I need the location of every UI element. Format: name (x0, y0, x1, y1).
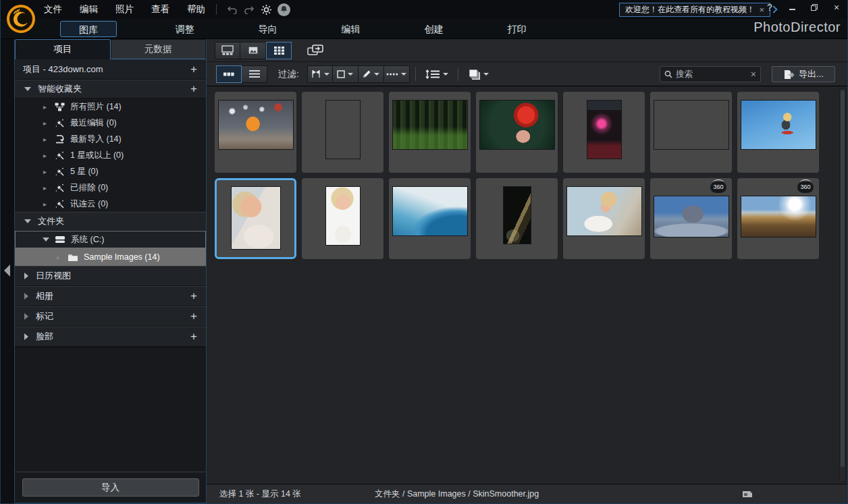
import-button[interactable]: 导入 (22, 478, 199, 497)
photo-thumbnail-sunlit-forest[interactable] (392, 100, 468, 150)
photo-tile-smiling-woman[interactable] (215, 178, 296, 259)
project-header[interactable]: 项目 - 423down.com + (15, 59, 206, 80)
photo-thumbnail-smiling-woman[interactable] (231, 186, 281, 250)
add-button[interactable]: + (188, 310, 199, 323)
dual-display-button[interactable] (304, 42, 327, 59)
photo-tile-snow-panorama[interactable]: 360 (650, 178, 732, 259)
photo-tile-woman-leaning[interactable] (563, 178, 645, 259)
chevron-right-icon[interactable]: ▸ (43, 136, 49, 143)
collapse-triangle-icon[interactable] (43, 237, 49, 242)
photo-tile-ocean-wave[interactable] (389, 178, 471, 259)
section-3[interactable]: 标记+ (15, 306, 206, 327)
smart-item-4[interactable]: ▸1 星或以上 (0) (15, 147, 206, 163)
scrollbar-thumb[interactable] (841, 90, 845, 467)
add-button[interactable]: + (188, 330, 199, 343)
chevron-right-icon[interactable]: ▸ (43, 184, 49, 192)
menu-item-3[interactable]: 照片 (115, 3, 134, 16)
photo-thumbnail-neon-storefront[interactable] (587, 100, 622, 159)
photo-thumbnail-ocean-wave[interactable] (392, 186, 468, 236)
smart-item-3[interactable]: ▸最新导入 (14) (15, 131, 206, 147)
section-triangle-icon[interactable] (24, 333, 28, 340)
photo-tile-skateboarder[interactable] (737, 92, 819, 173)
minimize-button[interactable] (787, 2, 797, 13)
smart-collection-header[interactable]: 智能收藏夹 + (15, 80, 206, 99)
photo-tile-dark-window[interactable] (476, 178, 558, 259)
photo-tile-maple-leaf[interactable] (476, 92, 558, 173)
folder-item-sample-images[interactable]: ▸ Sample Images (14) (15, 248, 206, 266)
tab-4[interactable]: 编辑 (309, 21, 392, 37)
section-triangle-icon[interactable] (24, 273, 28, 279)
close-button[interactable]: × (831, 2, 842, 13)
sidebar-tab-1[interactable]: 项目 (15, 39, 111, 59)
drive-item-system-c[interactable]: 系统 (C:) (15, 231, 206, 248)
section-triangle-icon[interactable] (24, 313, 28, 320)
rating-filter-button[interactable] (333, 65, 359, 83)
smart-item-7[interactable]: ▸讯连云 (0) (15, 196, 206, 212)
smart-item-5[interactable]: ▸5 星 (0) (15, 163, 206, 179)
menu-item-1[interactable]: 文件 (44, 3, 62, 16)
chevron-right-icon[interactable]: ▸ (43, 200, 49, 208)
restore-button[interactable] (809, 2, 820, 13)
photo-tile-rocket-launch[interactable] (650, 92, 732, 173)
photo-thumbnail-woman-leaning[interactable] (566, 186, 642, 236)
smart-item-1[interactable]: ▸所有照片 (14) (15, 99, 206, 115)
notifications-bell-icon[interactable] (277, 3, 290, 16)
sidebar-tab-2[interactable]: 元数据 (111, 39, 207, 59)
smart-item-2[interactable]: ▸最近编辑 (0) (15, 115, 206, 131)
search-box[interactable]: × (660, 66, 761, 82)
photo-tile-neon-storefront[interactable] (563, 92, 645, 173)
photo-tile-rock-boat[interactable] (302, 92, 383, 173)
collapse-arrow-icon[interactable] (4, 264, 10, 277)
photo-thumbnail-skateboarder[interactable] (741, 100, 816, 150)
tab-2[interactable]: 调整 (143, 21, 226, 37)
tab-5[interactable]: 创建 (392, 21, 475, 37)
edited-filter-button[interactable] (359, 65, 384, 83)
settings-gear-icon[interactable] (259, 3, 273, 16)
flag-filter-button[interactable] (307, 65, 333, 83)
chevron-right-icon[interactable]: ▸ (43, 119, 49, 127)
photo-tile-basketball-dunk[interactable] (215, 92, 296, 173)
tab-3[interactable]: 导向 (226, 21, 309, 37)
tab-1[interactable]: 图库 (60, 21, 117, 37)
photo-thumbnail-laughing-woman[interactable] (325, 186, 361, 246)
chevron-right-icon[interactable]: ▸ (43, 103, 49, 111)
stack-photos-button[interactable] (464, 65, 494, 83)
help-button[interactable]: ? (764, 2, 775, 13)
add-project-button[interactable]: + (188, 63, 199, 76)
tab-6[interactable]: 打印 (475, 21, 558, 37)
sort-order-button[interactable] (421, 65, 452, 83)
chevron-right-icon[interactable]: ▸ (57, 254, 62, 261)
chevron-right-icon[interactable]: ▸ (43, 152, 49, 159)
thumbnail-mode-button[interactable] (216, 65, 242, 83)
notification-close-icon[interactable]: × (759, 5, 764, 15)
add-smart-collection-button[interactable]: + (188, 82, 199, 96)
photo-thumbnail-maple-leaf[interactable] (479, 100, 555, 150)
section-4[interactable]: 脸部+ (15, 327, 206, 347)
menu-item-4[interactable]: 查看 (151, 3, 169, 16)
smart-item-6[interactable]: ▸已排除 (0) (15, 179, 206, 196)
photo-thumbnail-rock-boat[interactable] (325, 100, 361, 159)
photo-tile-laughing-woman[interactable] (302, 178, 383, 259)
more-filters-button[interactable] (384, 65, 410, 83)
photo-thumbnail-canyon-panorama[interactable] (741, 196, 816, 237)
collapse-triangle-icon[interactable] (24, 219, 31, 223)
section-2[interactable]: 相册+ (15, 286, 206, 306)
photo-info-icon[interactable] (742, 490, 753, 499)
folders-header[interactable]: 文件夹 (15, 212, 206, 231)
photo-thumbnail-rocket-launch[interactable] (654, 100, 729, 150)
list-mode-button[interactable] (242, 65, 267, 83)
sidebar-collapse-rail[interactable] (1, 39, 14, 503)
vertical-scrollbar[interactable] (839, 88, 846, 482)
add-button[interactable]: + (188, 289, 199, 303)
photo-thumbnail-basketball-dunk[interactable] (218, 100, 294, 150)
photo-tile-sunlit-forest[interactable] (389, 92, 471, 173)
section-triangle-icon[interactable] (24, 293, 28, 300)
export-button[interactable]: 导出... (772, 66, 835, 82)
viewer-view-button[interactable] (240, 42, 266, 59)
search-input[interactable] (676, 69, 751, 79)
grid-view-button[interactable] (266, 42, 292, 59)
menu-item-5[interactable]: 帮助 (187, 3, 205, 16)
photo-thumbnail-snow-panorama[interactable] (654, 196, 729, 237)
undo-icon[interactable] (225, 3, 240, 16)
photo-thumbnail-dark-window[interactable] (503, 186, 531, 244)
